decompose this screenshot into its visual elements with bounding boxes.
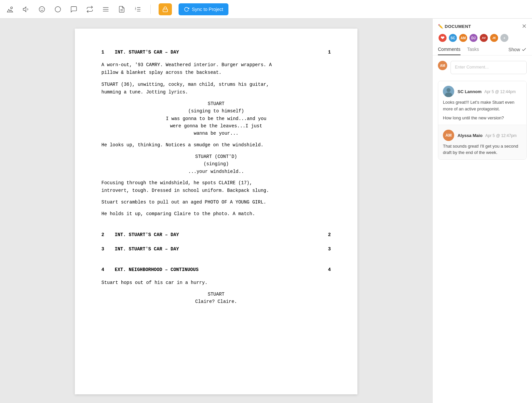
svg-point-0 xyxy=(11,7,13,9)
avatar-user-2: AM xyxy=(459,33,468,43)
script-area[interactable]: 1 INT. STUART'S CAR – DAY 1 A worn-out, … xyxy=(0,19,432,403)
lines-icon[interactable] xyxy=(101,5,110,14)
scene-title-1: INT. STUART'S CAR – DAY xyxy=(115,49,318,56)
dialogue: ...your windshield.. xyxy=(101,168,331,175)
action-text: Focusing through the windshield, he spot… xyxy=(101,179,331,195)
toolbar-divider xyxy=(150,5,151,14)
action-text: A worn-out, '93 CAMRY. Weathered interio… xyxy=(101,61,331,76)
action-text: Stuart hops out of his car in a hurry. xyxy=(101,279,331,287)
scene-title-3: INT. STUART'S CAR – DAY xyxy=(115,245,318,253)
collaborator-avatars: ❤ SC AM DJ AV JE + xyxy=(438,33,527,43)
character-name: STUART (CONT'D) xyxy=(101,153,331,160)
character-name: STUART xyxy=(101,100,331,107)
show-button[interactable]: Show xyxy=(508,47,527,55)
comment-thread: SC Lannom Apr 5 @ 12:44pm Looks great!!!… xyxy=(438,81,527,160)
comment-item-reply: AM Alyssa Maio Apr 5 @ 12:47pm That soun… xyxy=(438,125,526,159)
dialogue: Claire? Claire. xyxy=(101,298,331,305)
action-text: He looks up, thinking. Notices a smudge … xyxy=(101,141,331,149)
avatar-user-3: DJ xyxy=(469,33,478,43)
scene-num-2-left: 2 xyxy=(101,231,115,238)
character-name: STUART xyxy=(101,291,331,298)
avatar-user-4: AV xyxy=(479,33,488,43)
scene-title-4: EXT. NEIGHBORHOOD – CONTINUOUS xyxy=(115,266,318,273)
scene-num-3-right: 3 xyxy=(318,245,331,253)
comment-reply-author-info: Alyssa Maio Apr 5 @ 12:47pm xyxy=(458,132,517,138)
reply-date: Apr 5 @ 12:47pm xyxy=(485,133,517,138)
show-label: Show xyxy=(508,47,520,52)
comment-author-name: SC Lannom xyxy=(458,89,481,94)
megaphone-icon[interactable] xyxy=(21,5,31,14)
panel-title: ✏️ DOCUMENT xyxy=(438,24,471,29)
action-text: He holds it up, comparing Claire to the … xyxy=(101,210,331,218)
sync-button[interactable]: Sync to Project xyxy=(179,3,228,15)
scene-num-2-right: 2 xyxy=(318,231,331,238)
numbering-icon[interactable]: 1 2 xyxy=(133,5,142,14)
panel-body: AM Enter Comment... xyxy=(433,56,532,403)
avatar-heart: ❤ xyxy=(438,33,447,43)
parenthetical: (singing to himself) xyxy=(101,107,331,115)
action-text: STUART (36), unwitting, cocky, man child… xyxy=(101,81,331,96)
scene-num-4-right: 4 xyxy=(318,266,331,273)
lock-button[interactable] xyxy=(159,3,172,15)
comment-input[interactable]: Enter Comment... xyxy=(451,61,527,74)
svg-rect-14 xyxy=(163,9,168,12)
comment-date: Apr 5 @ 12:44pm xyxy=(484,89,516,94)
comment-reply-author-row: AM Alyssa Maio Apr 5 @ 12:47pm xyxy=(443,130,522,141)
dialogue: I was gonna to be the wind...and youwere… xyxy=(101,115,331,137)
avatar-user-1: SC xyxy=(448,33,458,43)
svg-point-16 xyxy=(447,88,451,92)
scene-num-1-left: 1 xyxy=(101,49,115,56)
scene-num-3-left: 3 xyxy=(101,245,115,253)
scene-heading-3: 3 INT. STUART'S CAR – DAY 3 xyxy=(101,245,331,253)
svg-text:2: 2 xyxy=(135,8,136,10)
panel-title-row: ✏️ DOCUMENT ✕ xyxy=(438,23,527,29)
current-user-avatar: AM xyxy=(438,61,447,70)
tab-comments[interactable]: Comments xyxy=(438,47,461,55)
scene-heading-4: 4 EXT. NEIGHBORHOOD – CONTINUOUS 4 xyxy=(101,266,331,273)
action-text: Stuart scrambles to pull out an aged PHO… xyxy=(101,199,331,206)
scene-num-4-left: 4 xyxy=(101,266,115,273)
speech-bubble-icon[interactable] xyxy=(69,5,78,14)
svg-point-3 xyxy=(55,6,61,12)
avatar-user-5: JE xyxy=(489,33,499,43)
right-panel: ✏️ DOCUMENT ✕ ❤ SC AM DJ AV JE + Comment… xyxy=(432,19,532,403)
mask-icon[interactable] xyxy=(37,5,47,14)
comment-text: Looks great!!! Let's make Stuart even mo… xyxy=(443,99,522,112)
comment-author-row: SC Lannom Apr 5 @ 12:44pm xyxy=(443,86,522,97)
landscape-icon[interactable] xyxy=(5,5,15,14)
close-button[interactable]: ✕ xyxy=(522,23,527,29)
scene-title-2: INT. STUART'S CAR – DAY xyxy=(115,231,318,238)
avatar-user-more[interactable]: + xyxy=(500,33,509,43)
sync-label: Sync to Project xyxy=(192,7,223,12)
panel-header: ✏️ DOCUMENT ✕ ❤ SC AM DJ AV JE + Comment… xyxy=(433,19,532,56)
reply-text: That sounds great! I'll get you a second… xyxy=(443,143,522,156)
parenthetical: (singing) xyxy=(101,160,331,168)
scene-num-1-right: 1 xyxy=(318,49,331,56)
tab-tasks[interactable]: Tasks xyxy=(467,47,479,55)
scene-heading-1: 1 INT. STUART'S CAR – DAY 1 xyxy=(101,49,331,56)
scene-heading-2: 2 INT. STUART'S CAR – DAY 2 xyxy=(101,231,331,238)
comment-input-area: AM Enter Comment... xyxy=(438,61,527,74)
arrows-icon[interactable] xyxy=(85,5,94,14)
circle-icon[interactable] xyxy=(53,5,63,14)
comment-item-1: SC Lannom Apr 5 @ 12:44pm Looks great!!!… xyxy=(438,81,526,125)
am-avatar: AM xyxy=(443,130,454,141)
comment-author-info: SC Lannom Apr 5 @ 12:44pm xyxy=(458,88,516,94)
main-layout: 1 INT. STUART'S CAR – DAY 1 A worn-out, … xyxy=(0,19,532,403)
sc-avatar xyxy=(443,86,454,97)
toolbar: 1 2 Sync to Project xyxy=(0,0,532,19)
page-icon[interactable] xyxy=(117,5,126,14)
script-page: 1 INT. STUART'S CAR – DAY 1 A worn-out, … xyxy=(75,29,357,394)
panel-tabs: Comments Tasks Show xyxy=(438,47,527,55)
reply-author-name: Alyssa Maio xyxy=(458,133,482,138)
comment-reply-text: How long until the new version? xyxy=(443,115,522,121)
